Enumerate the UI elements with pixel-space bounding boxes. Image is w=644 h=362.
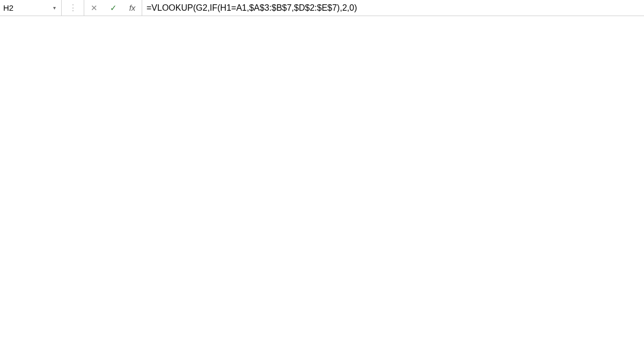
fx-label: fx — [129, 3, 136, 12]
name-box-value: H2 — [3, 3, 13, 12]
formula-input[interactable] — [142, 0, 644, 16]
cancel-button[interactable]: ✕ — [84, 0, 104, 16]
name-box[interactable]: H2 ▾ — [0, 0, 62, 16]
vertical-dots-icon: ⋮ — [69, 3, 77, 13]
check-icon: ✓ — [110, 3, 117, 13]
formula-bar-separator: ⋮ — [62, 0, 84, 16]
cancel-icon: ✕ — [91, 3, 98, 13]
enter-button[interactable]: ✓ — [104, 0, 123, 16]
fx-button[interactable]: fx — [123, 0, 142, 16]
chevron-down-icon[interactable]: ▾ — [50, 5, 58, 11]
formula-bar[interactable]: H2 ▾ ⋮ ✕ ✓ fx — [0, 0, 644, 16]
